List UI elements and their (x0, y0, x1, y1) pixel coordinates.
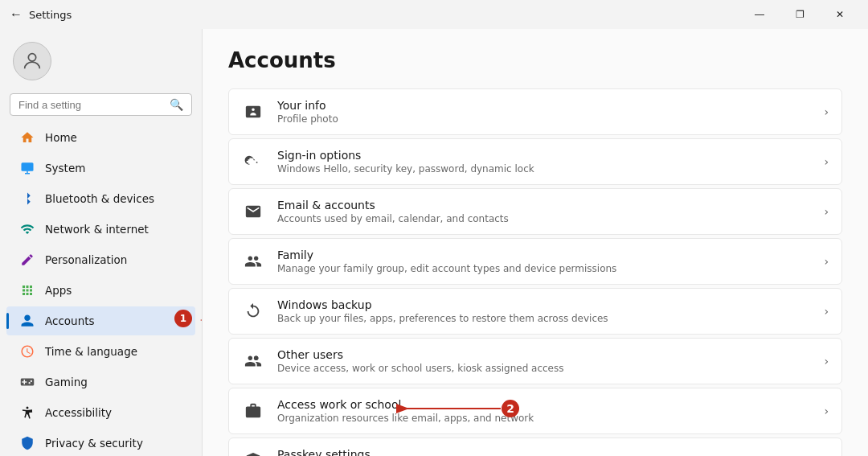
accessibility-icon (19, 405, 35, 421)
item-title: Windows backup (277, 298, 811, 311)
item-title: Sign-in options (277, 149, 811, 162)
time-icon (19, 343, 35, 359)
item-text: Passkey settings Use your face, fingerpr… (277, 448, 811, 456)
close-button[interactable]: ✕ (821, 3, 858, 26)
search-input[interactable] (18, 99, 165, 111)
item-text: Other users Device access, work or schoo… (277, 348, 811, 374)
sidebar-item-time[interactable]: Time & language (6, 337, 195, 366)
email-icon (242, 200, 264, 223)
avatar[interactable] (13, 42, 51, 80)
settings-item-access-work[interactable]: Access work or school Organization resou… (228, 388, 842, 434)
system-icon (19, 160, 35, 176)
main-content: Accounts Your info Profile photo › (203, 29, 868, 456)
page-title: Accounts (228, 48, 842, 72)
sidebar-item-personalization[interactable]: Personalization (6, 245, 195, 274)
app-content: 🔍 Home System Bluetooth & devices Net (0, 29, 868, 456)
settings-item-family[interactable]: Family Manage your family group, edit ac… (228, 238, 842, 285)
item-desc: Organization resources like email, apps,… (277, 413, 811, 424)
privacy-icon (19, 435, 35, 451)
item-title: Other users (277, 348, 811, 361)
briefcase-icon (242, 400, 264, 422)
item-text: Email & accounts Accounts used by email,… (277, 199, 811, 224)
sidebar-item-privacy[interactable]: Privacy & security (6, 429, 195, 456)
sidebar-item-label: Personalization (45, 253, 127, 266)
sidebar-item-gaming[interactable]: Gaming (6, 368, 195, 396)
item-text: Windows backup Back up your files, apps,… (277, 298, 811, 324)
settings-item-your-info[interactable]: Your info Profile photo › (228, 88, 842, 135)
sidebar-item-label: Home (45, 131, 77, 144)
sidebar-profile (0, 35, 202, 93)
accounts-icon (19, 313, 35, 329)
item-text: Family Manage your family group, edit ac… (277, 249, 811, 274)
settings-list: Your info Profile photo › Sign-in option… (228, 88, 842, 456)
sidebar-item-accessibility[interactable]: Accessibility (6, 398, 195, 427)
sidebar-item-label: Apps (45, 284, 72, 297)
chevron-icon: › (824, 255, 829, 268)
search-icon: 🔍 (170, 98, 183, 111)
svg-rect-1 (22, 162, 34, 171)
sidebar-item-label: System (45, 162, 85, 175)
item-text: Access work or school Organization resou… (277, 398, 811, 424)
item-desc: Windows Hello, security key, password, d… (277, 163, 811, 175)
annotation-arrow-1 (195, 308, 203, 332)
passkey-icon (242, 450, 264, 456)
svg-point-0 (28, 54, 35, 61)
sidebar-item-accounts[interactable]: Accounts (6, 306, 195, 335)
item-desc: Device access, work or school users, kio… (277, 363, 811, 374)
main-wrapper: Accounts Your info Profile photo › (203, 29, 868, 456)
settings-item-windows-backup[interactable]: Windows backup Back up your files, apps,… (228, 288, 842, 335)
item-title: Email & accounts (277, 199, 811, 212)
settings-item-other-users[interactable]: Other users Device access, work or schoo… (228, 338, 842, 384)
svg-point-2 (254, 356, 259, 361)
item-title: Passkey settings (277, 448, 811, 456)
sidebar: 🔍 Home System Bluetooth & devices Net (0, 29, 203, 456)
sidebar-item-label: Bluetooth & devices (45, 192, 154, 205)
item-title: Family (277, 249, 811, 261)
key-icon (242, 150, 264, 173)
gaming-icon (19, 374, 35, 390)
sidebar-item-label: Accessibility (45, 406, 112, 419)
sidebar-item-label: Time & language (45, 345, 137, 358)
sidebar-item-label: Accounts (45, 314, 95, 327)
chevron-icon: › (824, 355, 829, 368)
sidebar-item-network[interactable]: Network & internet (6, 215, 195, 244)
maximize-button[interactable]: ❐ (781, 3, 818, 26)
sidebar-item-home[interactable]: Home (6, 123, 195, 152)
settings-item-passkey[interactable]: Passkey settings Use your face, fingerpr… (228, 438, 842, 456)
chevron-icon: › (824, 105, 829, 118)
bluetooth-icon (19, 191, 35, 207)
chevron-icon: › (824, 405, 829, 417)
backup-icon (242, 300, 264, 322)
sidebar-item-system[interactable]: System (6, 154, 195, 183)
chevron-icon: › (824, 155, 829, 168)
settings-item-email[interactable]: Email & accounts Accounts used by email,… (228, 188, 842, 235)
item-text: Sign-in options Windows Hello, security … (277, 149, 811, 175)
title-bar: ← Settings — ❐ ✕ (0, 0, 868, 29)
window-controls: — ❐ ✕ (741, 3, 858, 26)
chevron-icon: › (824, 205, 829, 218)
item-desc: Accounts used by email, calendar, and co… (277, 213, 811, 224)
family-icon (242, 250, 264, 273)
sidebar-item-apps[interactable]: Apps (6, 276, 195, 305)
back-button[interactable]: ← (10, 7, 23, 22)
item-title: Your info (277, 99, 811, 112)
apps-icon (19, 282, 35, 298)
search-box[interactable]: 🔍 (10, 93, 192, 116)
sidebar-item-label: Gaming (45, 376, 88, 388)
item-desc: Manage your family group, edit account t… (277, 263, 811, 274)
item-desc: Profile photo (277, 113, 811, 125)
accounts-badge: 1 (174, 310, 192, 327)
network-icon (19, 221, 35, 237)
settings-item-sign-in[interactable]: Sign-in options Windows Hello, security … (228, 138, 842, 185)
item-desc: Back up your files, apps, preferences to… (277, 313, 811, 324)
item-text: Your info Profile photo (277, 99, 811, 125)
sidebar-item-label: Privacy & security (45, 437, 143, 450)
sidebar-item-bluetooth[interactable]: Bluetooth & devices (6, 184, 195, 213)
personalization-icon (19, 252, 35, 268)
user-card-icon (242, 101, 264, 123)
app-title: Settings (29, 9, 72, 21)
item-title: Access work or school (277, 398, 811, 411)
home-icon (19, 129, 35, 146)
other-users-icon (242, 350, 264, 372)
minimize-button[interactable]: — (741, 3, 778, 26)
